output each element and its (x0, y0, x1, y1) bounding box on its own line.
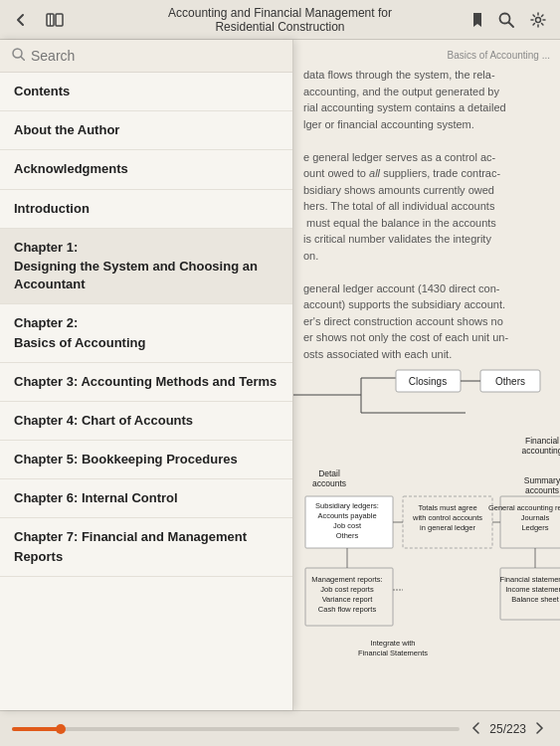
settings-button[interactable] (526, 8, 550, 32)
diagram-bottom: Financial accounting Summary accounts De… (303, 429, 550, 683)
main-content: Contents About the Author Acknowledgment… (0, 40, 560, 710)
svg-text:with control accounts: with control accounts (412, 513, 482, 522)
svg-text:Balance sheet: Balance sheet (511, 595, 559, 604)
content-paragraph-1: data flows through the system, the rela-… (303, 67, 550, 132)
svg-text:Variance report: Variance report (322, 595, 374, 604)
page-number: 25/223 (489, 722, 526, 736)
svg-point-5 (536, 17, 541, 22)
toc-list: Contents About the Author Acknowledgment… (0, 73, 292, 710)
svg-text:in general ledger: in general ledger (420, 523, 475, 532)
svg-text:Accounts payable: Accounts payable (317, 511, 376, 520)
bottom-diagram-svg: Financial accounting Summary accounts De… (303, 429, 560, 677)
svg-text:accounts: accounts (525, 485, 559, 495)
toc-item-chapter3[interactable]: Chapter 3: Accounting Methods and Terms (0, 363, 292, 402)
content-fade-top: Basics of Accounting ... data flows thro… (303, 48, 550, 362)
svg-text:Journals: Journals (521, 513, 550, 522)
toc-item-chapter2[interactable]: Chapter 2: Basics of Accounting (0, 304, 292, 362)
back-button[interactable] (10, 9, 32, 31)
book-title: Accounting and Financial Management for … (140, 6, 421, 34)
search-button[interactable] (494, 8, 518, 32)
toc-item-chapter1[interactable]: Chapter 1: Designing the System and Choo… (0, 229, 292, 305)
prev-page-button[interactable] (467, 719, 483, 739)
svg-text:Totals must agree: Totals must agree (418, 503, 476, 512)
svg-text:Summary: Summary (524, 475, 560, 485)
toc-item-chapter7[interactable]: Chapter 7: Financial and Management Repo… (0, 518, 292, 576)
svg-text:Job cost: Job cost (333, 521, 362, 530)
toc-panel: Contents About the Author Acknowledgment… (0, 40, 293, 710)
diagram-closings-others: Closings Others (303, 368, 550, 423)
svg-text:Others: Others (336, 531, 359, 540)
svg-text:accounting: accounting (521, 446, 560, 456)
toc-item-chapter5[interactable]: Chapter 5: Bookkeeping Procedures (0, 441, 292, 479)
svg-text:Management reports:: Management reports: (311, 575, 382, 584)
progress-fill (12, 727, 61, 731)
progress-dot (56, 724, 66, 734)
svg-text:General accounting records:: General accounting records: (488, 503, 560, 512)
svg-text:Closings: Closings (409, 376, 447, 387)
toc-item-author[interactable]: About the Author (0, 111, 292, 150)
svg-line-7 (21, 57, 25, 61)
book-icon-button[interactable] (42, 9, 68, 31)
svg-text:Financial statements:: Financial statements: (500, 575, 560, 584)
svg-text:Financial: Financial (525, 436, 559, 446)
svg-text:Cash flow reports: Cash flow reports (318, 605, 377, 614)
closings-others-svg: Closings Others (293, 368, 550, 423)
svg-text:Financial Statements: Financial Statements (358, 649, 428, 657)
toc-item-chapter4[interactable]: Chapter 4: Chart of Accounts (0, 402, 292, 441)
toc-item-contents[interactable]: Contents (0, 73, 292, 111)
reading-content: Basics of Accounting ... data flows thro… (293, 40, 560, 710)
svg-text:Ledgers: Ledgers (521, 523, 548, 532)
progress-bar[interactable] (12, 727, 460, 731)
search-bar (0, 40, 292, 73)
content-paragraph-2: e general ledger serves as a control ac-… (303, 149, 550, 265)
toc-item-introduction[interactable]: Introduction (0, 190, 292, 229)
next-page-button[interactable] (532, 719, 548, 739)
search-icon (12, 48, 25, 64)
header-left-controls (10, 9, 68, 31)
svg-text:Others: Others (495, 376, 525, 387)
footer: 25/223 (0, 710, 560, 746)
header-right-controls (468, 8, 550, 32)
page-navigation: 25/223 (467, 719, 548, 739)
svg-text:accounts: accounts (312, 478, 346, 488)
page-header-text: Basics of Accounting ... (303, 48, 550, 63)
app-header: Accounting and Financial Management for … (0, 0, 560, 40)
svg-rect-1 (56, 14, 63, 26)
svg-text:Detail: Detail (318, 468, 340, 478)
svg-text:Subsidiary ledgers:: Subsidiary ledgers: (315, 501, 379, 510)
svg-text:Income statement: Income statement (505, 585, 560, 594)
content-paragraph-3: general ledger account (1430 direct con-… (303, 280, 550, 363)
toc-item-acknowledgments[interactable]: Acknowledgments (0, 150, 292, 189)
search-input[interactable] (31, 48, 280, 64)
svg-text:Integrate with: Integrate with (370, 639, 415, 648)
svg-line-4 (509, 22, 514, 27)
svg-text:Job cost reports: Job cost reports (320, 585, 374, 594)
toc-item-chapter6[interactable]: Chapter 6: Internal Control (0, 479, 292, 518)
bookmark-button[interactable] (468, 8, 486, 32)
